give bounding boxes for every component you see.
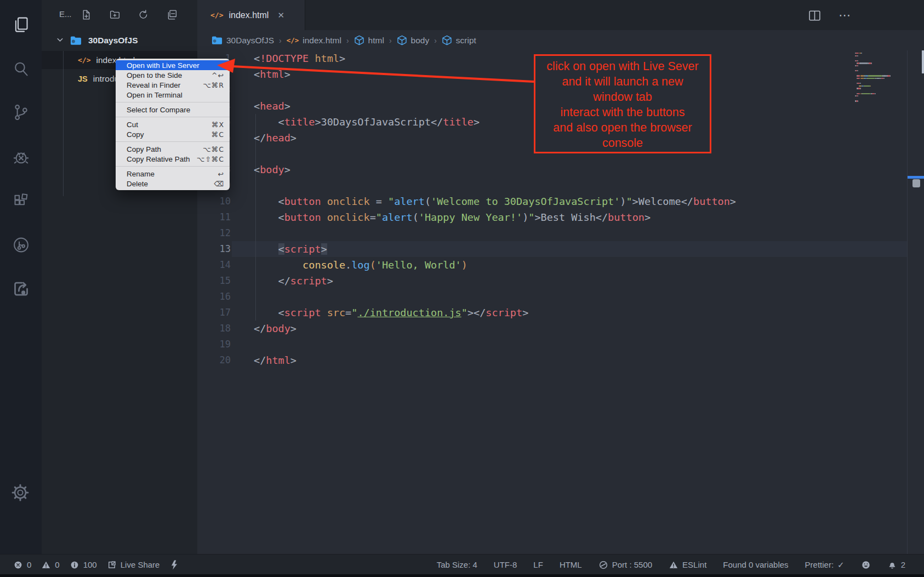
status-notifications[interactable]: 2: [887, 560, 905, 570]
menu-item-label: Copy Relative Path: [127, 155, 190, 163]
status-errors[interactable]: 0: [13, 560, 31, 570]
status-warnings[interactable]: 0: [41, 560, 59, 570]
warning-icon: [669, 560, 678, 570]
minimap-line: [860, 75, 864, 76]
close-icon[interactable]: ✕: [277, 10, 284, 20]
menu-item-shortcut: ⌥⇧⌘C: [197, 155, 224, 163]
html-code-icon: </>: [210, 11, 223, 19]
activity-live-share[interactable]: [0, 277, 42, 299]
menu-item-copy-path[interactable]: Copy Path⌥⌘C: [116, 144, 230, 154]
activity-run-debug[interactable]: [0, 146, 42, 168]
more-actions-icon[interactable]: ⋯: [837, 8, 853, 23]
scrollbar-thumb[interactable]: [912, 179, 920, 187]
annotation-note: click on open with Live Severand it will…: [534, 54, 711, 153]
minimap-line: [857, 70, 858, 71]
status-feedback[interactable]: [861, 560, 871, 570]
menu-item-delete[interactable]: Delete⌫: [116, 179, 230, 188]
split-editor-icon[interactable]: [807, 8, 822, 23]
code-line-5[interactable]: <title>30DaysOfJavaScript</title>: [254, 114, 480, 130]
menu-item-reveal-in-finder[interactable]: Reveal in Finder⌥⌘R: [116, 80, 230, 90]
refresh-button[interactable]: [136, 7, 150, 21]
breadcrumb-item-html[interactable]: html: [354, 35, 384, 45]
code-line-17[interactable]: <script src="./introduction.js"></script…: [254, 305, 528, 321]
minimap-line: [870, 85, 871, 87]
status-zap[interactable]: [169, 560, 179, 570]
smiley-icon: [861, 560, 871, 570]
circle-branch-icon: [12, 236, 30, 254]
menu-separator: [116, 166, 230, 167]
breadcrumb-item-body[interactable]: body: [397, 35, 430, 45]
status-live-server-port[interactable]: Port : 5500: [598, 560, 652, 570]
code-line-20[interactable]: </html>: [254, 352, 296, 368]
line-number: 16: [197, 289, 231, 305]
menu-item-label: Rename: [127, 170, 155, 178]
status-eol[interactable]: LF: [533, 560, 543, 569]
minimap-line: [861, 53, 862, 54]
collapse-all-icon: [166, 9, 178, 20]
code-line-11[interactable]: <button onclick="alert('Happy New Year!'…: [254, 209, 651, 225]
line-number: 17: [197, 305, 231, 321]
status-variables[interactable]: Found 0 variables: [723, 560, 788, 569]
minimap-line: [883, 78, 885, 79]
activity-extensions[interactable]: [0, 190, 42, 212]
breadcrumb-item-30daysofjs[interactable]: 30DaysOfJS: [212, 36, 274, 45]
export-icon: [107, 560, 117, 570]
symbol-cube-icon: [442, 35, 452, 45]
activity-explorer[interactable]: [0, 13, 42, 35]
menu-item-copy-relative-path[interactable]: Copy Relative Path⌥⇧⌘C: [116, 154, 230, 164]
activity-settings[interactable]: [0, 482, 42, 504]
code-line-18[interactable]: </body>: [254, 321, 296, 336]
menu-separator: [116, 141, 230, 142]
new-file-button[interactable]: [79, 7, 93, 21]
symbol-cube-icon: [397, 35, 407, 45]
tree-folder-root[interactable]: 30DaysOfJS: [42, 31, 197, 50]
status-language-mode[interactable]: HTML: [560, 560, 582, 569]
collapse-folders-button[interactable]: [164, 7, 179, 21]
minimap-line: [875, 93, 876, 94]
chevron-down-icon[interactable]: [56, 36, 65, 46]
activity-source-control[interactable]: [0, 101, 42, 123]
breadcrumb-item-index-html[interactable]: </>index.html: [287, 36, 341, 45]
activity-session[interactable]: [0, 233, 42, 255]
menu-item-label: Open with Live Server: [127, 61, 199, 70]
status-prettier[interactable]: Prettier:✓: [805, 560, 845, 570]
menu-item-open-to-the-side[interactable]: Open to the Side^↩: [116, 70, 230, 80]
tab-index-html[interactable]: </> index.html ✕: [197, 0, 305, 30]
menu-item-select-for-compare[interactable]: Select for Compare: [116, 105, 230, 115]
code-line-6[interactable]: </head>: [254, 130, 296, 146]
status-label: 0: [27, 560, 31, 569]
code-line-4[interactable]: <head>: [254, 98, 290, 114]
status-eslint[interactable]: ESLint: [669, 560, 706, 570]
root-folder-label: 30DaysOfJS: [88, 36, 138, 45]
status-tab-size[interactable]: Tab Size: 4: [437, 560, 477, 569]
code-line-1[interactable]: <!DOCTYPE html>: [254, 50, 345, 66]
breadcrumb-item-script[interactable]: script: [442, 35, 476, 45]
menu-item-cut[interactable]: Cut⌘X: [116, 119, 230, 129]
code-line-13[interactable]: <script>: [254, 241, 327, 257]
status-live-share[interactable]: Live Share: [107, 560, 160, 570]
folder-icon: [70, 36, 82, 45]
status-label: Port : 5500: [612, 560, 652, 569]
code-line-2[interactable]: <html>: [254, 66, 290, 82]
breadcrumb-label: index.html: [303, 36, 341, 45]
status-infos[interactable]: 100: [70, 560, 97, 570]
files-icon: [12, 15, 30, 33]
menu-item-shortcut: ⌥⌘C: [203, 145, 224, 153]
new-folder-button[interactable]: [107, 7, 122, 21]
code-line-10[interactable]: <button onclick = "alert('Welcome to 30D…: [254, 193, 736, 209]
minimap-line: [871, 62, 872, 64]
zap-icon: [169, 560, 179, 570]
status-encoding[interactable]: UTF-8: [494, 560, 517, 569]
code-line-8[interactable]: <body>: [254, 162, 290, 178]
menu-item-rename[interactable]: Rename↩: [116, 169, 230, 179]
menu-item-open-with-live-server[interactable]: Open with Live Server: [116, 60, 230, 70]
code-line-15[interactable]: </script>: [254, 273, 333, 289]
menu-item-copy[interactable]: Copy⌘C: [116, 129, 230, 139]
menu-item-open-in-terminal[interactable]: Open in Terminal: [116, 90, 230, 100]
activity-search[interactable]: [0, 57, 42, 79]
code-line-14[interactable]: console.log('Hello, World'): [254, 257, 467, 273]
tab-bar: </> index.html ✕ ⋯: [197, 0, 924, 30]
minimap[interactable]: [855, 53, 907, 113]
warning-icon: [41, 560, 51, 570]
annotation-line: click on open with Live Sever: [535, 59, 710, 74]
